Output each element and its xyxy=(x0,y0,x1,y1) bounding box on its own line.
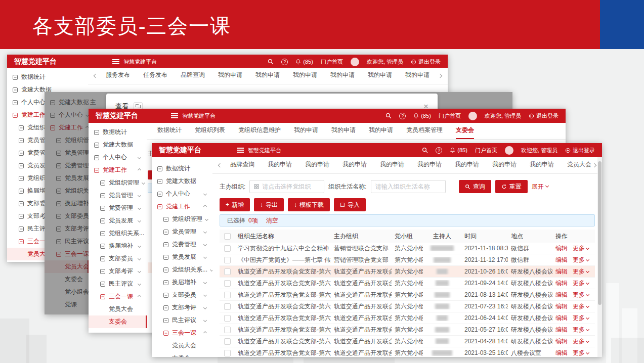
tab[interactable]: 我的申请 xyxy=(417,157,442,173)
edit-link[interactable]: 编辑 xyxy=(555,244,568,253)
clear-selection-link[interactable]: 清空 xyxy=(266,216,278,225)
sidebar-item[interactable]: 党组织管理 xyxy=(152,213,212,225)
more-link[interactable]: 更多 xyxy=(573,244,589,253)
table-row[interactable]: 轨道交通产品开发联合党支部-第六党小组 轨道交通产品开发联合党支部 第六党小组 … xyxy=(220,324,595,336)
tab[interactable]: 党员大会 xyxy=(567,157,591,173)
sidebar-item[interactable]: 数据统计 xyxy=(7,71,88,83)
row-checkbox[interactable] xyxy=(224,315,231,322)
action-button[interactable]: + 新增 xyxy=(220,198,250,211)
sidebar-item[interactable]: 党建大数据 xyxy=(152,175,212,188)
tab[interactable]: 党员档案管理 xyxy=(406,123,443,139)
org-select-input[interactable]: 请点击选择党组织 xyxy=(249,180,324,193)
tab[interactable]: 我的申请 xyxy=(255,68,280,84)
sidebar-item[interactable]: 党员发展 xyxy=(89,214,147,227)
reset-button[interactable]: 重置 xyxy=(495,180,528,193)
table-row[interactable]: 轨道交通产品开发联合党支部-第六党小组 轨道交通产品开发联合党支部 第六党小组 … xyxy=(220,336,595,347)
tab[interactable]: 品牌查询 xyxy=(230,157,254,173)
expand-filters-link[interactable]: 展开 xyxy=(532,183,548,191)
more-link[interactable]: 更多 xyxy=(573,291,589,299)
table-row[interactable]: 轨道交通产品开发联合党支部-第六党小组 轨道交通产品开发联合党支部 第六党小组 … xyxy=(220,301,595,312)
edit-link[interactable]: 编辑 xyxy=(555,279,568,288)
row-checkbox[interactable] xyxy=(224,303,231,310)
tab[interactable]: 我的申请 xyxy=(455,157,479,173)
notifications-bell-icon[interactable]: (85) xyxy=(413,113,431,119)
sidebar-item[interactable]: 民主评议 xyxy=(89,278,147,290)
table-row[interactable]: 学习贯彻党的十九届六中全会精神 营销管理联合党支部 第六党小组 2021-11-… xyxy=(220,243,595,254)
row-checkbox[interactable] xyxy=(224,257,231,263)
tab[interactable]: 我的申请 xyxy=(368,68,392,84)
sidebar-item[interactable]: 换届增补 xyxy=(152,276,212,289)
more-link[interactable]: 更多 xyxy=(573,349,589,357)
search-icon[interactable] xyxy=(385,113,392,119)
action-button[interactable]: ⊟ 导入 xyxy=(334,198,366,211)
edit-link[interactable]: 编辑 xyxy=(555,314,568,323)
more-link[interactable]: 更多 xyxy=(573,326,589,334)
tab[interactable]: 我的申请 xyxy=(530,157,554,173)
sidebar-item[interactable]: 个人中心 xyxy=(89,151,147,164)
tab[interactable]: 任务发布 xyxy=(143,68,167,84)
tab[interactable]: 我的申请 xyxy=(268,157,292,173)
edit-link[interactable]: 编辑 xyxy=(555,302,568,311)
tab[interactable]: 我的申请 xyxy=(331,123,356,139)
tab[interactable]: 我的申请 xyxy=(218,68,242,84)
table-row[interactable]: 轨道交通产品开发联合党支部-第六党小组 轨道交通产品开发联合党支部 第六党小组 … xyxy=(220,347,595,357)
logout-link[interactable]: 退出登录 xyxy=(411,58,441,66)
sidebar-item[interactable]: 数据统计 xyxy=(89,126,147,139)
tab[interactable]: 品牌查询 xyxy=(181,68,205,84)
action-button[interactable]: ↓ 模板下载 xyxy=(288,198,330,211)
more-link[interactable]: 更多 xyxy=(573,314,589,323)
sidebar-item[interactable]: 支部委员 xyxy=(152,289,212,301)
sidebar-item[interactable]: 党员发展 xyxy=(152,251,212,263)
row-checkbox[interactable] xyxy=(224,245,231,252)
tab[interactable]: 我的申请 xyxy=(380,157,404,173)
menu-toggle-icon[interactable] xyxy=(112,59,119,64)
portal-home-link[interactable]: 门户首页 xyxy=(439,112,461,120)
avatar[interactable] xyxy=(505,146,513,155)
search-icon[interactable] xyxy=(422,147,428,153)
help-icon[interactable]: ? xyxy=(399,113,406,119)
tab[interactable]: 我的申请 xyxy=(294,123,318,139)
sidebar-item[interactable]: 支部委员 xyxy=(89,252,147,265)
sidebar-item[interactable]: 个人中心 xyxy=(152,188,212,200)
sidebar-item[interactable]: 支部考评 xyxy=(89,265,147,278)
tab[interactable]: 我的申请 xyxy=(305,157,329,173)
sidebar-item[interactable]: 党组织关系... xyxy=(152,263,212,276)
row-checkbox[interactable] xyxy=(224,327,231,333)
more-link[interactable]: 更多 xyxy=(573,267,589,276)
tab[interactable]: 我的申请 xyxy=(293,68,317,84)
notifications-bell-icon[interactable]: (85) xyxy=(295,59,313,65)
row-checkbox[interactable] xyxy=(224,350,231,356)
more-link[interactable]: 更多 xyxy=(573,337,589,346)
row-checkbox[interactable] xyxy=(224,292,231,298)
sidebar-item[interactable]: 党费管理 xyxy=(152,238,212,251)
sidebar-item[interactable]: 换届增补 xyxy=(89,240,147,252)
tab[interactable]: 党组织列表 xyxy=(195,123,225,139)
more-link[interactable]: 更多 xyxy=(573,279,589,288)
tab[interactable]: 我的申请 xyxy=(342,157,367,173)
sidebar-item[interactable]: 三会一课 xyxy=(152,327,212,339)
sidebar-item[interactable]: 党员大会 xyxy=(152,339,212,352)
search-button[interactable]: 查询 xyxy=(459,180,491,193)
edit-link[interactable]: 编辑 xyxy=(555,326,568,334)
vertical-scrollbar[interactable] xyxy=(597,157,602,357)
table-row[interactable]: 轨道交通产品开发联合党支部-第六党小组 轨道交通产品开发联合党支部 第六党小组 … xyxy=(220,266,595,278)
tab[interactable]: 我的申请 xyxy=(405,68,430,84)
edit-link[interactable]: 编辑 xyxy=(555,349,568,357)
sidebar-item[interactable]: 党组织管理 xyxy=(89,176,147,189)
portal-home-link[interactable]: 门户首页 xyxy=(321,58,343,66)
sidebar-item[interactable]: 支部考评 xyxy=(152,301,212,314)
table-row[interactable]: 《中国共产党简史》——第七章 伟大历史转折和中国特色社会主... 营销管理联合党… xyxy=(220,254,595,266)
sidebar-item[interactable]: 民主评议 xyxy=(152,314,212,327)
menu-toggle-icon[interactable] xyxy=(237,148,244,153)
tab[interactable]: 支委会 xyxy=(456,123,474,139)
tabs-scroll-right-icon[interactable] xyxy=(592,163,596,167)
avatar[interactable] xyxy=(351,58,359,66)
sidebar-item[interactable]: 党员大会 xyxy=(89,303,147,315)
table-row[interactable]: 轨道交通产品开发联合党支部-第六党小组 轨道交通产品开发联合党支部 第六党小组 … xyxy=(220,278,595,289)
menu-toggle-icon[interactable] xyxy=(171,113,178,118)
help-icon[interactable]: ? xyxy=(281,59,288,65)
tab[interactable]: 数据统计 xyxy=(157,123,182,139)
tabs-scroll-left-icon[interactable] xyxy=(218,163,222,167)
sidebar-item[interactable]: 党费管理 xyxy=(89,202,147,214)
logout-link[interactable]: 退出登录 xyxy=(529,112,559,120)
